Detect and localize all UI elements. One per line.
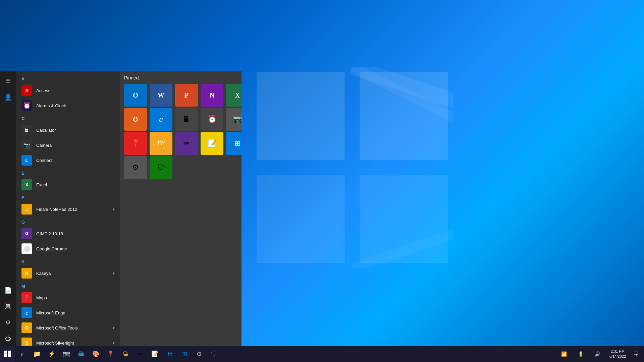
start-menu: ☰ 👤 📄 🖼 ⚙ ⏻ A A Access ⏰ Alarms & Clock … [0, 71, 241, 346]
windows-logo-desktop [252, 67, 453, 268]
tile-sketchpad[interactable]: ✏ [175, 132, 198, 155]
silverlight-icon: S [21, 338, 32, 346]
taskbar-icons: e 📁 ⚡ 📷 🏔 🎨 📍 🌤 ✏ [15, 346, 556, 362]
app-item-chrome[interactable]: ⚪ Google Chrome [17, 241, 119, 256]
calculator-icon: 🖩 [21, 125, 32, 135]
windows-icon [4, 351, 11, 357]
finale-label: Finale NotePad 2012 [36, 207, 77, 212]
tile-powerpoint[interactable]: P [175, 84, 198, 107]
documents-sidebar-icon[interactable]: 📄 [1, 283, 15, 298]
finale-expand-arrow: ▾ [113, 207, 115, 212]
tile-office[interactable]: O [124, 108, 147, 131]
svg-marker-2 [257, 175, 345, 263]
alarms-icon: ⏰ [21, 100, 32, 111]
edge-label: Microsoft Edge [36, 310, 65, 315]
tile-store[interactable]: ⊞ [226, 132, 241, 155]
taskbar-stickynotes-icon[interactable]: 📝 [148, 346, 162, 362]
taskbar-store-icon[interactable]: ⊞ [177, 346, 192, 362]
taskbar-getstarted-icon[interactable]: 🖥 [162, 346, 177, 362]
tile-stickynotes[interactable]: 📝 [201, 132, 223, 155]
app-item-silverlight[interactable]: S Microsoft Silverlight ▾ [17, 336, 119, 346]
tray-volume-icon[interactable]: 🔊 [590, 346, 605, 362]
app-item-edge[interactable]: e Microsoft Edge [17, 305, 119, 320]
tile-camera[interactable]: 📷 [226, 108, 241, 131]
tile-outlook[interactable]: O [124, 84, 147, 107]
system-tray: 📶 🔋 🔊 2:31 PM 6/14/2022 🗨 [556, 346, 644, 362]
taskbar-edge-icon[interactable]: e [15, 346, 30, 362]
tile-excel[interactable]: X [226, 84, 241, 107]
taskbar-photos-icon[interactable]: 🏔 [74, 346, 89, 362]
calculator-label: Calculator [36, 128, 56, 133]
svg-rect-10 [8, 354, 11, 357]
access-label: Access [36, 88, 50, 93]
app-list: A A Access ⏰ Alarms & Clock C 🖩 Calculat… [16, 71, 120, 346]
clock-date: 6/14/2022 [609, 354, 626, 359]
clock-time: 2:31 PM [609, 349, 626, 354]
taskbar-clock[interactable]: 2:31 PM 6/14/2022 [607, 349, 629, 359]
camera-label: Camera [36, 143, 52, 148]
app-item-calculator[interactable]: 🖩 Calculator [17, 123, 119, 137]
chrome-label: Google Chrome [36, 246, 67, 251]
connect-icon: ⊡ [21, 155, 32, 166]
settings-sidebar-icon[interactable]: ⚙ [1, 315, 15, 330]
start-button[interactable] [0, 346, 15, 362]
svg-rect-7 [4, 351, 7, 354]
tile-word[interactable]: W [150, 84, 172, 107]
app-item-alarms[interactable]: ⏰ Alarms & Clock [17, 98, 119, 113]
app-item-connect[interactable]: ⊡ Connect [17, 153, 119, 168]
taskbar-file-explorer-icon[interactable]: 📁 [30, 346, 44, 362]
tile-defender[interactable]: 🛡 [150, 156, 172, 179]
finale-icon: ♪ [21, 204, 32, 215]
svg-rect-8 [8, 351, 11, 354]
section-letter-f: F [16, 192, 120, 201]
notification-center-icon[interactable]: 🗨 [631, 346, 641, 362]
excel-icon: X [21, 179, 32, 190]
taskbar-defender-icon[interactable]: 🛡 [207, 346, 221, 362]
power-sidebar-icon[interactable]: ⏻ [1, 331, 15, 346]
sidebar-strip: ☰ 👤 📄 🖼 ⚙ ⏻ [0, 71, 16, 346]
taskbar-avast-icon[interactable]: 🌤 [118, 346, 133, 362]
silverlight-expand-arrow: ▾ [113, 341, 115, 345]
tile-calculator[interactable]: 🖩 [175, 108, 198, 131]
excel-label: Excel [36, 182, 47, 187]
maps-label: Maps [36, 295, 47, 300]
app-item-maps[interactable]: 📍 Maps [17, 290, 119, 305]
kaseya-icon: K [21, 268, 32, 279]
taskbar-camera-icon[interactable]: 📷 [59, 346, 74, 362]
taskbar-security-icon[interactable]: ⚡ [44, 346, 59, 362]
app-item-kaseya[interactable]: K Kaseya ▾ [17, 266, 119, 281]
pictures-sidebar-icon[interactable]: 🖼 [1, 299, 15, 314]
edge-icon: e [21, 307, 32, 318]
app-item-gimp[interactable]: G GIMP 2.10.18 [17, 226, 119, 241]
connect-label: Connect [36, 158, 52, 163]
tile-maps[interactable]: 📍 [124, 132, 147, 155]
svg-rect-9 [4, 354, 7, 357]
app-item-office-tools[interactable]: O Microsoft Office Tools ▾ [17, 320, 119, 335]
section-letter-c: C [16, 113, 120, 122]
tile-onenote[interactable]: N [201, 84, 223, 107]
tray-battery-icon[interactable]: 🔋 [573, 346, 588, 362]
office-tools-expand-arrow: ▾ [113, 326, 115, 330]
app-item-camera[interactable]: 📷 Camera [17, 138, 119, 153]
app-item-excel[interactable]: X Excel [17, 177, 119, 192]
gimp-icon: G [21, 228, 32, 239]
taskbar-maps-icon[interactable]: 📍 [103, 346, 118, 362]
taskbar-paint-icon[interactable]: 🎨 [89, 346, 103, 362]
tile-weather[interactable]: 77° [150, 132, 172, 155]
app-item-finale[interactable]: ♪ Finale NotePad 2012 ▾ [17, 202, 119, 217]
kaseya-label: Kaseya [36, 271, 51, 276]
alarms-label: Alarms & Clock [36, 103, 66, 108]
tile-edge[interactable]: e [150, 108, 172, 131]
hamburger-button[interactable]: ☰ [1, 74, 15, 88]
section-letter-a: A [16, 74, 120, 83]
app-item-access[interactable]: A Access [17, 83, 119, 98]
pinned-label: Pinned. [124, 75, 237, 80]
taskbar-settings-icon[interactable]: ⚙ [192, 346, 207, 362]
tray-wifi-icon[interactable]: 📶 [556, 346, 571, 362]
tile-settings[interactable]: ⚙ [124, 156, 147, 179]
taskbar: e 📁 ⚡ 📷 🏔 🎨 📍 🌤 ✏ [0, 346, 644, 362]
taskbar-sketchpad-icon[interactable]: ✏ [133, 346, 148, 362]
tile-clock[interactable]: ⏰ [201, 108, 223, 131]
user-avatar[interactable]: 👤 [1, 90, 15, 105]
office-tools-label: Microsoft Office Tools [36, 325, 78, 330]
